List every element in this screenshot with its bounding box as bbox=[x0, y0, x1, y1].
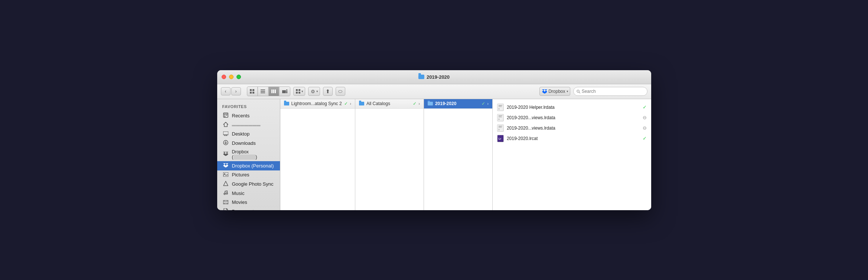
svg-rect-1 bbox=[252, 89, 254, 91]
column-all-catalogs: All Catalogs ✓ › bbox=[355, 99, 424, 210]
svg-rect-59 bbox=[499, 115, 502, 116]
lrdata-icon-2: lr bbox=[497, 114, 504, 121]
sidebar-item-documents[interactable]: Documents bbox=[217, 207, 280, 210]
dropbox-personal-label: Dropbox (Personal) bbox=[232, 163, 274, 169]
icon-view-button[interactable] bbox=[247, 87, 258, 96]
forward-button[interactable]: › bbox=[231, 87, 241, 95]
finder-window: 2019-2020 ‹ › bbox=[217, 70, 651, 210]
dropbox-work-label: Dropbox (▬▬▬▬▬) bbox=[232, 149, 275, 160]
google-photos-icon bbox=[222, 181, 229, 187]
gallery-view-button[interactable] bbox=[280, 87, 290, 96]
group-icon bbox=[296, 89, 300, 94]
search-box[interactable] bbox=[573, 87, 647, 96]
chevron-down-icon-action: ▾ bbox=[316, 89, 318, 93]
column-chevron-icon-3[interactable]: › bbox=[487, 102, 489, 106]
svg-rect-16 bbox=[296, 92, 298, 94]
home-label: ▬▬▬▬▬▬▬ bbox=[232, 123, 261, 127]
lrdata-icon-3: lr bbox=[497, 124, 504, 132]
minimize-button[interactable] bbox=[229, 75, 234, 79]
column-header-label: Lightroom...atalog Sync 2 bbox=[291, 101, 342, 106]
file-item-catalog-lrcat[interactable]: Lr 2019-2020.lrcat ✓ bbox=[493, 133, 651, 144]
sidebar-item-movies[interactable]: Movies bbox=[217, 198, 280, 207]
file-item-views2-lrdata[interactable]: lr 2019-2020...views.lrdata ⊖ bbox=[493, 123, 651, 133]
svg-rect-25 bbox=[224, 115, 225, 115]
sidebar-item-downloads[interactable]: Downloads bbox=[217, 139, 280, 148]
file-name-1: 2019-2020 Helper.lrdata bbox=[507, 105, 640, 110]
movies-icon bbox=[222, 199, 229, 205]
column-icon bbox=[271, 89, 276, 93]
svg-rect-8 bbox=[273, 89, 274, 93]
chevron-down-icon-dropbox: ▾ bbox=[567, 89, 568, 93]
documents-icon bbox=[222, 208, 229, 210]
file-name-2: 2019-2020...views.lrdata bbox=[507, 115, 640, 120]
svg-rect-13 bbox=[286, 92, 287, 93]
documents-label: Documents bbox=[232, 209, 257, 210]
sidebar-item-recents[interactable]: Recents bbox=[217, 111, 280, 120]
svg-rect-61 bbox=[499, 117, 502, 117]
dropbox-button[interactable]: Dropbox ▾ bbox=[539, 87, 570, 96]
sidebar-item-music[interactable]: Music bbox=[217, 189, 280, 198]
file-status-icon-2: ⊖ bbox=[643, 115, 647, 120]
svg-rect-7 bbox=[271, 89, 273, 93]
file-item-views1-lrdata[interactable]: lr 2019-2020...views.lrdata ⊖ bbox=[493, 113, 651, 123]
sidebar-item-desktop[interactable]: Desktop bbox=[217, 130, 280, 139]
svg-rect-15 bbox=[298, 89, 300, 91]
svg-rect-4 bbox=[261, 89, 265, 90]
svg-rect-14 bbox=[296, 89, 298, 91]
sidebar-item-google-photo-sync[interactable]: Google Photo Sync bbox=[217, 179, 280, 189]
svg-point-45 bbox=[226, 193, 228, 194]
svg-rect-41 bbox=[223, 172, 228, 177]
sidebar-item-dropbox-personal[interactable]: Dropbox (Personal) bbox=[217, 161, 280, 170]
toolbar: ‹ › bbox=[217, 84, 651, 99]
chevron-down-icon: ▾ bbox=[301, 89, 303, 93]
share-button[interactable]: ⬆ bbox=[323, 87, 333, 96]
svg-marker-28 bbox=[223, 122, 228, 127]
column-header-lightroom: Lightroom...atalog Sync 2 ✓ › bbox=[280, 99, 355, 109]
svg-rect-11 bbox=[286, 89, 287, 91]
list-icon bbox=[261, 89, 265, 93]
sidebar-item-home[interactable]: ▬▬▬▬▬▬▬ bbox=[217, 120, 280, 130]
back-button[interactable]: ‹ bbox=[221, 87, 231, 95]
window-title-area: 2019-2020 bbox=[418, 74, 450, 80]
svg-rect-60 bbox=[499, 116, 502, 117]
column-check-icon-3: ✓ bbox=[482, 101, 485, 106]
svg-rect-64 bbox=[499, 126, 502, 126]
close-button[interactable] bbox=[222, 75, 226, 79]
maximize-button[interactable] bbox=[236, 75, 241, 79]
column-chevron-icon-2[interactable]: › bbox=[419, 102, 420, 106]
column-header-2019-2020: 2019-2020 ✓ › bbox=[424, 99, 492, 109]
svg-rect-9 bbox=[275, 89, 276, 93]
column-folder-icon-2 bbox=[359, 102, 364, 105]
google-photo-sync-label: Google Photo Sync bbox=[232, 181, 274, 187]
svg-rect-5 bbox=[261, 91, 265, 92]
file-name-4: 2019-2020.lrcat bbox=[507, 136, 640, 141]
home-icon bbox=[222, 122, 229, 128]
column-chevron-icon[interactable]: › bbox=[350, 102, 351, 106]
svg-text:lr: lr bbox=[499, 128, 500, 131]
sidebar: Favorites Recents ▬▬▬▬▬▬▬ Desktop bbox=[217, 99, 280, 210]
title-bar: 2019-2020 bbox=[217, 70, 651, 84]
svg-text:lr: lr bbox=[499, 108, 500, 110]
action-dropdown[interactable]: ⚙ ▾ bbox=[308, 87, 320, 96]
svg-rect-10 bbox=[282, 90, 286, 93]
window-controls bbox=[222, 75, 241, 79]
svg-rect-55 bbox=[499, 106, 502, 106]
svg-rect-46 bbox=[223, 200, 228, 204]
svg-rect-3 bbox=[252, 92, 254, 94]
svg-rect-56 bbox=[499, 107, 502, 107]
group-button[interactable]: ▾ bbox=[293, 87, 305, 96]
svg-rect-66 bbox=[499, 127, 502, 128]
movies-label: Movies bbox=[232, 199, 247, 205]
forward-icon: › bbox=[235, 89, 237, 94]
file-item-helper-lrdata[interactable]: lr 2019-2020 Helper.lrdata ✓ bbox=[493, 102, 651, 113]
column-view-button[interactable] bbox=[269, 87, 279, 96]
column-check-icon-2: ✓ bbox=[413, 101, 417, 106]
search-input[interactable] bbox=[582, 89, 644, 94]
sidebar-item-pictures[interactable]: Pictures bbox=[217, 170, 280, 179]
file-list-column: lr 2019-2020 Helper.lrdata ✓ l bbox=[493, 99, 651, 210]
desktop-icon bbox=[222, 131, 229, 137]
sidebar-item-dropbox-work[interactable]: Dropbox (▬▬▬▬▬) bbox=[217, 148, 280, 161]
dropbox-logo-icon bbox=[542, 89, 547, 94]
tag-button[interactable]: ⬭ bbox=[336, 87, 345, 96]
list-view-button[interactable] bbox=[258, 87, 268, 96]
